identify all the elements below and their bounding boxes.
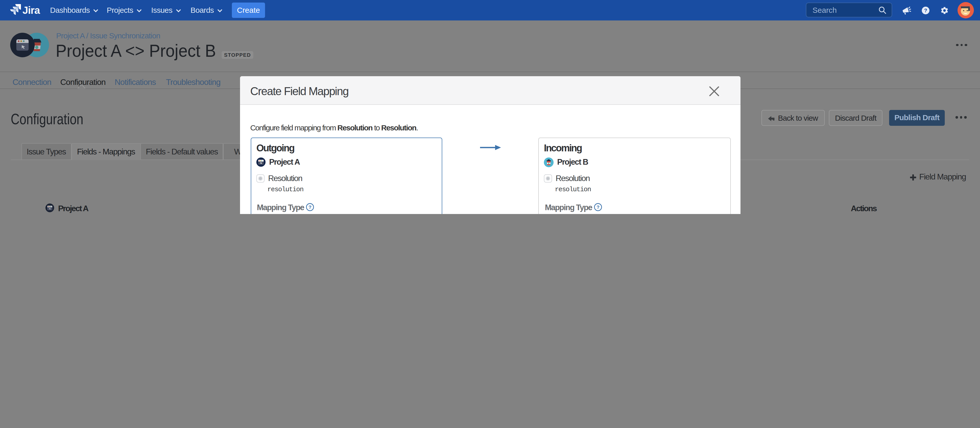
svg-text:?: ? bbox=[924, 8, 927, 13]
svg-text:?: ? bbox=[309, 204, 312, 210]
svg-text:?: ? bbox=[597, 204, 600, 210]
